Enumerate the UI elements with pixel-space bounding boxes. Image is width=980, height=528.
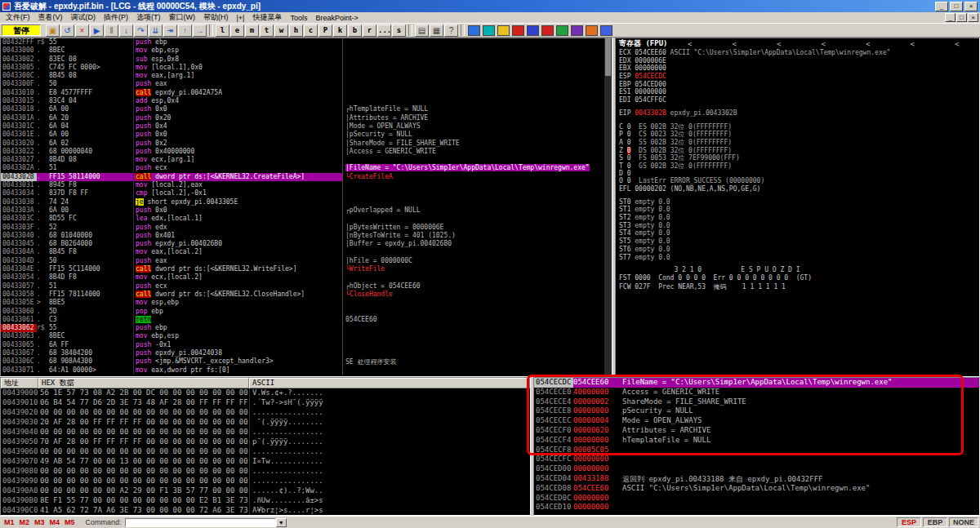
menu-item-4[interactable]: 选项(T) — [132, 12, 165, 23]
stack-row[interactable]: 054CECF400000000hTemplateFile = NULL — [534, 436, 979, 446]
flag-row-t[interactable]: T 0 GS 002B 32位 0(FFFFFFFF) — [616, 162, 979, 170]
disasm-row[interactable]: 00433027.8B4D 08mov ecx,[arg.1] — [1, 156, 612, 164]
mdi-restore-button[interactable]: □ — [956, 13, 967, 22]
dump-row[interactable]: 0043900056 1E 57 73 08 A2 2B 00 DC 00 00… — [1, 388, 530, 398]
registers-pane[interactable]: 寄存器 (FPU) <<<<<<< ECX 054CEE60 ASCII "C:… — [615, 38, 980, 377]
stack-row[interactable]: 054CED0C00000000 — [534, 494, 979, 504]
menu-item-7[interactable]: |+| — [233, 14, 249, 22]
register-history-button-1[interactable]: < — [733, 40, 737, 48]
register-row-ebx[interactable]: EBX 00000000 — [616, 64, 979, 73]
dump-row[interactable]: 004390B08E F1 55 77 00 00 00 00 00 00 00… — [1, 496, 530, 506]
register-history-button-3[interactable]: < — [822, 40, 826, 48]
step-over-icon[interactable]: ↷ — [134, 24, 148, 37]
fpu-row-st3[interactable]: ST3 empty 0.0 — [616, 222, 979, 230]
disasm-row[interactable]: 0043305E>8BE5mov esp,ebp — [1, 299, 612, 307]
menu-item-0[interactable]: 文件(F) — [2, 12, 34, 23]
disasm-row[interactable]: 00433061.C3retn054CEE60 — [1, 316, 612, 324]
disasm-row[interactable]: 0043304E.FF15 5C114000call dword ptr ds:… — [1, 265, 612, 273]
plugin-icon-6[interactable] — [541, 25, 554, 36]
disasm-row[interactable]: 00433045.68 B0264000push epxdy_pi.004026… — [1, 240, 612, 248]
open-file-icon[interactable]: ▣ — [46, 24, 60, 37]
flag-row-z[interactable]: Z 0 DS 002B 32位 0(FFFFFFFF) — [616, 146, 979, 154]
register-history-button-5[interactable]: < — [910, 40, 914, 48]
disasm-row[interactable]: 0043303A.6A 00push 0x0┌pOverlapped = NUL… — [1, 206, 612, 215]
stack-row[interactable]: 054CECE800000000pSecurity = NULL — [534, 406, 979, 416]
disasm-row[interactable]: 00433063.8BECmov ebp,esp — [1, 332, 612, 340]
dump-row[interactable]: 0043909000 00 00 00 00 00 00 00 00 00 00… — [1, 477, 530, 486]
flag-row-p[interactable]: P 0 CS 0023 32位 0(FFFFFFFF) — [616, 130, 979, 138]
command-dropdown-button[interactable]: ▼ — [276, 518, 287, 527]
plugin-icon-3[interactable] — [497, 25, 510, 36]
flag-row-a[interactable]: A 0 SS 002B 32位 0(FFFFFFFF) — [616, 138, 979, 146]
register-row-edi[interactable]: EDI 054CFF6C — [616, 96, 979, 104]
letter-button-10[interactable]: r — [363, 24, 376, 37]
disasm-row[interactable]: 0043300C.8B45 08mov eax,[arg.1] — [1, 72, 612, 80]
fpu-row-st7[interactable]: ST7 empty 0.0 — [616, 254, 979, 262]
plugin-icon-4[interactable] — [512, 25, 524, 36]
disasm-row[interactable]: 00433058.FF15 78114000call dword ptr ds:… — [1, 291, 612, 299]
disasm-row[interactable]: 0043300F.50push eax — [1, 80, 612, 88]
run-icon[interactable]: ▶ — [90, 24, 104, 37]
fpu-row-st2[interactable]: ST2 empty 0.0 — [616, 214, 979, 222]
fst-row[interactable]: FST 0000 Cond 0 0 0 0 Err 0 0 0 0 0 0 0 … — [616, 274, 979, 282]
letter-button-0[interactable]: l — [216, 24, 229, 37]
register-history-button-6[interactable]: < — [955, 40, 959, 48]
letter-button-4[interactable]: w — [274, 24, 288, 37]
plugin-icon-10[interactable] — [600, 25, 612, 36]
stack-row[interactable]: 054CED1000000000 — [534, 503, 979, 512]
memory-dump-pane[interactable]: 地址 HEX 数据 ASCII 0043900056 1E 57 73 08 A… — [0, 377, 531, 516]
fpu-row-st1[interactable]: ST1 empty 0.0 — [616, 206, 979, 214]
disasm-scrollbar[interactable] — [604, 38, 612, 376]
disasm-row[interactable]: 00433057.51push ecx┌hObject = 054CEE60 — [1, 282, 612, 291]
letter-button-9[interactable]: b — [348, 24, 362, 37]
stack-row[interactable]: 054CECF000000020Attributes = ARCHIVE — [534, 426, 979, 436]
help-icon[interactable]: ? — [444, 24, 458, 37]
disasm-row[interactable]: 00433071.64:A1 00000>mov eax,dword ptr f… — [1, 366, 612, 375]
disasm-row[interactable]: 0043304D.50push eax│hFile = 0000000C — [1, 257, 612, 265]
fpu-row-st0[interactable]: ST0 empty 0.0 — [616, 198, 979, 206]
stack-row[interactable]: 054CECDC054CEE60FileName = "C:\Users\Sim… — [534, 378, 979, 388]
disasm-row[interactable]: 00433022.68 00000040push 0x40000000│Acce… — [1, 148, 612, 156]
stack-row[interactable]: 054CECE040000000Access = GENERIC_WRITE — [534, 388, 979, 397]
menu-item-10[interactable]: BreakPoint-> — [311, 14, 362, 22]
letter-button-2[interactable]: m — [245, 24, 259, 37]
fpu-bits-header[interactable]: 3 2 1 0 E S P U O Z D I — [616, 266, 979, 274]
dump-row[interactable]: 004390C041 A5 62 72 7A A6 3E 73 00 00 00… — [1, 506, 530, 516]
dump-row[interactable]: 0043902000 00 00 00 00 00 00 00 00 00 00… — [1, 408, 530, 418]
disasm-row[interactable]: 00433000.8BECmov ebp,esp — [1, 47, 612, 55]
menu-item-8[interactable]: 快捷菜单 — [248, 12, 286, 23]
disasm-row[interactable]: 00433062r$55push ebp — [1, 324, 612, 332]
register-history-button-0[interactable]: < — [688, 40, 692, 48]
flag-row-s[interactable]: S 0 FS 0053 32位 7EF99000(FFF) — [616, 153, 979, 162]
stack-row[interactable]: 054CED0000000000 — [534, 464, 979, 474]
stack-row[interactable]: 054CECE400000002ShareMode = FILE_SHARE_W… — [534, 397, 979, 407]
dump-row[interactable]: 004390A000 00 00 00 00 00 A2 29 00 F1 3B… — [1, 486, 530, 496]
flag-row-o[interactable]: O 0 LastErr ERROR_SUCCESS (00000000) — [616, 177, 979, 185]
efl-row[interactable]: EFL 00000202 (NO,NB,NE,A,NS,PO,GE,G) — [616, 185, 979, 193]
disasm-row[interactable]: 0043301A.6A 20push 0x20│Attributes = ARC… — [1, 114, 612, 122]
menu-item-2[interactable]: 调试(D) — [67, 12, 100, 23]
disasm-scrollbar-thumb[interactable] — [605, 38, 611, 76]
disasm-row[interactable]: 00433018.6A 00push 0x0┌hTemplateFile = N… — [1, 105, 612, 113]
register-row-esp[interactable]: ESP 054CECDC — [616, 73, 979, 81]
menu-item-6[interactable]: 帮助(H) — [199, 12, 233, 23]
memory-tab-m4[interactable]: M4 — [47, 518, 63, 526]
disasm-row[interactable]: 0043303F.52push edx│pBytesWritten = 0000… — [1, 224, 612, 232]
disasm-row[interactable]: 00432FFFr$55push ebp — [1, 38, 612, 47]
stack-row[interactable]: 054CED0400433188返回到 epxdy_pi.00433188 来自… — [534, 474, 979, 484]
animate-into-icon[interactable]: ⇊ — [149, 24, 163, 37]
disasm-row[interactable]: 00433038.74 24je short epxdy_pi.0043305E — [1, 198, 612, 206]
memory-tab-m5[interactable]: M5 — [62, 518, 78, 526]
plugin-icon-2[interactable] — [483, 25, 495, 36]
menu-item-1[interactable]: 查看(V) — [34, 12, 67, 23]
disasm-row[interactable]: 00433034.837D F8 FFcmp [local.2],-0x1 — [1, 189, 612, 197]
disasm-row[interactable]: 0043302A.51push ecx│FileName = "C:\Users… — [1, 164, 612, 172]
close-icon[interactable]: × — [75, 24, 89, 37]
menu-item-9[interactable]: Tools — [286, 14, 311, 22]
dump-row[interactable]: 0043907049 AB 54 77 00 00 13 00 00 00 00… — [1, 457, 530, 467]
step-into-icon[interactable]: ↓ — [119, 24, 133, 37]
disasm-row[interactable]: 00433040.68 01040000push 0x401│nBytesToW… — [1, 232, 612, 240]
mdi-minimize-button[interactable]: _ — [945, 13, 956, 22]
register-history-button-2[interactable]: < — [777, 40, 781, 48]
disasm-row[interactable]: 0043301C.6A 04push 0x4│Mode = OPEN_ALWAY… — [1, 122, 612, 131]
